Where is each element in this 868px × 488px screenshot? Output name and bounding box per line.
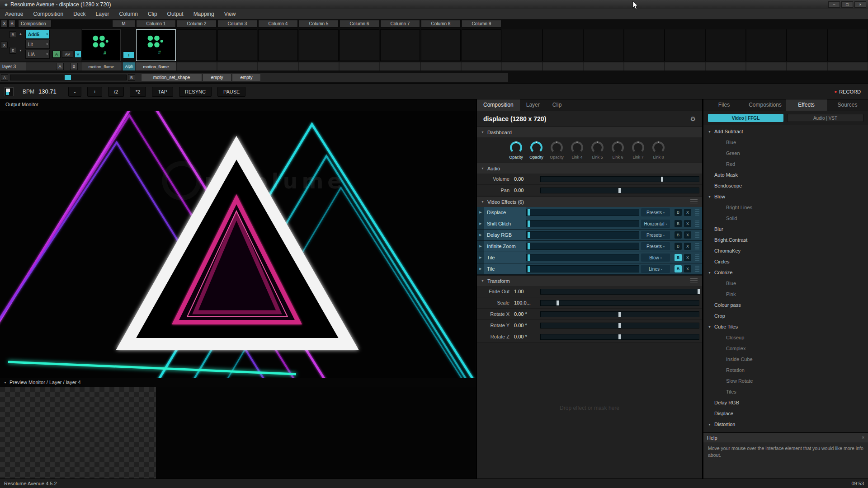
- effect-row[interactable]: Tile Blow B X: [477, 252, 702, 263]
- column-header[interactable]: Column 7: [380, 20, 420, 28]
- dashboard-knob[interactable]: Link 7: [628, 141, 648, 160]
- knob-dial[interactable]: [551, 141, 563, 154]
- layer-down-icon[interactable]: [19, 49, 22, 52]
- parameter-value[interactable]: 0.00 °: [514, 323, 540, 328]
- effect-bypass-button[interactable]: B: [675, 209, 682, 216]
- slider-handle[interactable]: [528, 232, 530, 238]
- crossfader-handle[interactable]: [65, 75, 71, 80]
- effect-name[interactable]: Displace: [484, 207, 526, 218]
- transport-button[interactable]: +: [87, 87, 102, 97]
- effect-name[interactable]: Infinite Zoom: [484, 241, 526, 252]
- column-header[interactable]: Column 6: [340, 20, 379, 28]
- drag-grip-icon[interactable]: [695, 232, 699, 238]
- effect-drop-zone[interactable]: Drop effect or mask here: [477, 343, 702, 479]
- parameter-value[interactable]: 0.00: [514, 176, 540, 182]
- effect-list-item[interactable]: Blur: [703, 224, 868, 235]
- effect-remove-button[interactable]: X: [684, 209, 691, 216]
- menu-item[interactable]: Mapping: [189, 9, 219, 19]
- effect-list-item[interactable]: Blue: [703, 278, 868, 289]
- composition-clear-button[interactable]: X: [1, 20, 8, 28]
- video-ffgl-toggle[interactable]: Video | FFGL: [708, 114, 783, 122]
- knob-dial[interactable]: [612, 141, 624, 154]
- effect-list-item[interactable]: Complex: [703, 343, 868, 354]
- video-effects-section-header[interactable]: Video Effects (6): [477, 196, 702, 207]
- crossfader-slider[interactable]: [10, 75, 127, 80]
- effect-list-item[interactable]: Solid: [703, 213, 868, 224]
- parameter-slider[interactable]: [540, 300, 699, 306]
- column-header[interactable]: Column 8: [421, 20, 461, 28]
- effect-list-item[interactable]: Blue: [703, 137, 868, 148]
- effect-list-item[interactable]: Displace: [703, 408, 868, 419]
- crossfader-b-assign[interactable]: B: [70, 63, 78, 70]
- slider-handle[interactable]: [528, 254, 530, 261]
- effect-list-item[interactable]: Circles: [703, 256, 868, 267]
- effect-list-item[interactable]: Delay RGB: [703, 397, 868, 408]
- deck-clip-label[interactable]: motion_set_shape: [141, 74, 202, 81]
- transport-button[interactable]: PAUSE: [217, 87, 245, 97]
- metronome-icon[interactable]: [5, 87, 14, 96]
- effect-list-item[interactable]: Tiles: [703, 386, 868, 397]
- effect-bypass-button[interactable]: B: [675, 220, 682, 227]
- menu-item[interactable]: Avenue: [0, 9, 28, 19]
- effect-list-item[interactable]: Rotation: [703, 365, 868, 375]
- layer-bypass-button[interactable]: B: [9, 31, 16, 38]
- clip-cell-empty[interactable]: [299, 29, 339, 61]
- parameter-value[interactable]: 0.00 °: [514, 311, 540, 317]
- knob-dial[interactable]: [652, 141, 665, 154]
- help-header[interactable]: Help: [703, 432, 868, 442]
- clip-cell-selected[interactable]: #: [136, 29, 176, 61]
- effect-name[interactable]: Delay RGB: [484, 230, 526, 240]
- effect-bypass-button[interactable]: B: [675, 231, 682, 239]
- effect-preset-dropdown[interactable]: Lines: [641, 265, 670, 273]
- menu-item[interactable]: Composition: [28, 9, 68, 19]
- effect-remove-button[interactable]: X: [684, 254, 691, 261]
- bpm-value[interactable]: 130.71: [38, 88, 57, 95]
- clip-cell-empty[interactable]: [177, 29, 217, 61]
- column-header[interactable]: Column 9: [462, 20, 501, 28]
- effect-remove-button[interactable]: X: [684, 243, 691, 250]
- effect-preset-dropdown[interactable]: Presets: [641, 231, 670, 239]
- column-header[interactable]: Column 4: [258, 20, 298, 28]
- knob-dial[interactable]: [510, 141, 522, 154]
- effect-remove-button[interactable]: X: [684, 220, 691, 227]
- dashboard-knob[interactable]: Link 4: [567, 141, 587, 160]
- dashboard-section-header[interactable]: Dashboard: [477, 127, 702, 137]
- effect-row[interactable]: Shift Glitch Horizontal B X: [477, 218, 702, 229]
- column-header[interactable]: Column 5: [299, 20, 339, 28]
- dashboard-knob[interactable]: Link 6: [608, 141, 628, 160]
- menu-item[interactable]: Column: [114, 9, 143, 19]
- effect-list-item[interactable]: Add Subtract: [703, 126, 868, 137]
- effect-list-item[interactable]: Bendoscope: [703, 180, 868, 191]
- audio-section-header[interactable]: Audio: [477, 163, 702, 174]
- column-header[interactable]: Column 2: [177, 20, 217, 28]
- effect-list-item[interactable]: Colour pass: [703, 300, 868, 310]
- tab[interactable]: Effects: [786, 99, 827, 111]
- effect-row[interactable]: Tile Lines B X: [477, 263, 702, 274]
- parameter-slider[interactable]: [540, 311, 699, 317]
- drag-grip-icon[interactable]: [690, 199, 698, 204]
- slider-handle[interactable]: [528, 266, 530, 272]
- clip-cell-empty[interactable]: [421, 29, 461, 61]
- parameter-value[interactable]: 1.00: [514, 289, 540, 294]
- slider-handle[interactable]: [528, 221, 530, 227]
- slider-handle[interactable]: [557, 300, 559, 305]
- slider-handle[interactable]: [618, 323, 621, 328]
- menu-item[interactable]: View: [219, 9, 241, 19]
- knob-dial[interactable]: [632, 141, 644, 154]
- parameter-value[interactable]: 0.00 °: [514, 334, 540, 339]
- slider-handle[interactable]: [618, 188, 621, 193]
- menu-item[interactable]: Deck: [68, 9, 90, 19]
- menu-item[interactable]: Layer: [91, 9, 114, 19]
- parameter-slider[interactable]: [540, 323, 699, 328]
- tab[interactable]: Compositions: [745, 99, 786, 111]
- minimize-button[interactable]: [828, 1, 840, 8]
- effect-list-item[interactable]: Bright.Contrast: [703, 235, 868, 245]
- layer-clear-button[interactable]: X: [1, 42, 8, 48]
- menu-item[interactable]: Clip: [143, 9, 162, 19]
- tab[interactable]: Layer: [520, 99, 546, 111]
- effect-name[interactable]: Shift Glitch: [484, 218, 526, 229]
- effect-preset-dropdown[interactable]: Presets: [641, 208, 670, 216]
- transform-section-header[interactable]: Transform: [477, 275, 702, 286]
- effect-list-item[interactable]: Colorize: [703, 267, 868, 278]
- effect-bypass-button[interactable]: B: [675, 265, 682, 272]
